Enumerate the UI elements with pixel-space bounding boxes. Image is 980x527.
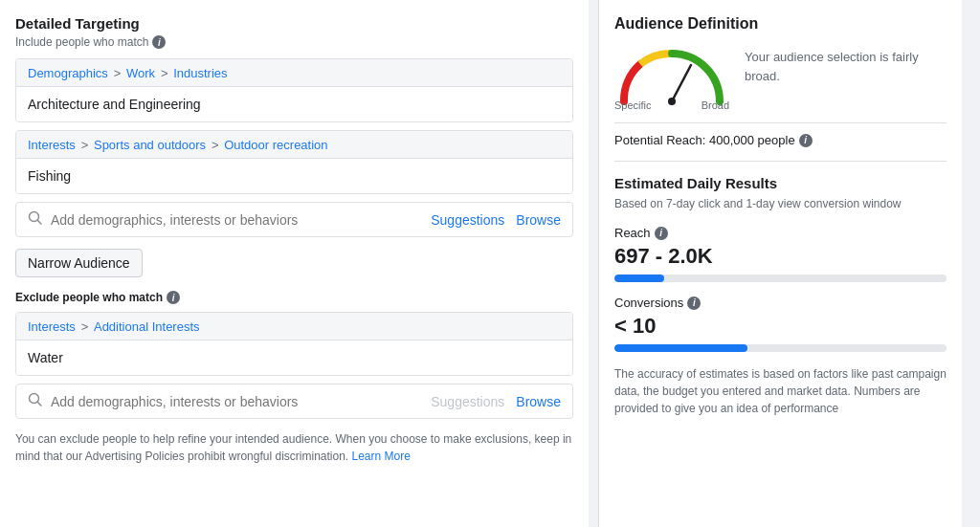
industries-link[interactable]: Industries: [173, 66, 227, 80]
section-title: Detailed Targeting: [15, 15, 573, 32]
conversions-info-icon[interactable]: i: [687, 296, 701, 310]
accuracy-note: The accuracy of estimates is based on fa…: [614, 365, 947, 417]
gauge-section: Specific Broad Your audience selection i…: [614, 44, 947, 111]
right-panel: Audience Definition Specific Broad Your …: [598, 0, 962, 527]
reach-progress-fill: [614, 274, 664, 282]
exclude-label: Exclude people who match i: [15, 291, 573, 304]
gauge-wrapper: Specific Broad: [614, 44, 729, 111]
search-actions-2: Suggestions Browse: [431, 394, 561, 409]
reach-progress-bar: [614, 274, 947, 282]
sports-link[interactable]: Sports and outdoors: [94, 138, 206, 152]
browse-link-1[interactable]: Browse: [516, 212, 561, 228]
interests-targeting-box: Interests > Sports and outdoors > Outdoo…: [15, 130, 573, 194]
water-tag: Water: [16, 340, 572, 375]
search-actions-1: Suggestions Browse: [431, 212, 561, 228]
footer-note: You can exclude people to help refine yo…: [15, 430, 573, 465]
architecture-tag: Architecture and Engineering: [16, 87, 572, 121]
additional-interests-breadcrumb: Interests > Additional Interests: [16, 313, 572, 340]
demographics-breadcrumb: Demographics > Work > Industries: [16, 59, 572, 87]
search-icon-1: [28, 210, 43, 229]
conversions-value: < 10: [614, 314, 947, 339]
narrow-audience-button[interactable]: Narrow Audience: [15, 249, 143, 277]
left-panel: Detailed Targeting Include people who ma…: [0, 0, 589, 527]
work-link[interactable]: Work: [126, 66, 155, 80]
search-bar-2: Suggestions Browse: [15, 384, 573, 419]
audience-def-title: Audience Definition: [614, 15, 947, 33]
suggestions-link-1[interactable]: Suggestions: [431, 212, 504, 228]
search-icon-2: [28, 392, 43, 410]
interests-link[interactable]: Interests: [28, 138, 76, 152]
potential-reach: Potential Reach: 400,000 people i: [614, 122, 947, 147]
exclude-info-icon[interactable]: i: [167, 291, 180, 304]
learn-more-link[interactable]: Learn More: [352, 450, 411, 463]
exclude-targeting-box: Interests > Additional Interests Water: [15, 312, 573, 376]
svg-line-1: [38, 221, 42, 225]
conversions-progress-fill: [614, 344, 747, 352]
interests-breadcrumb: Interests > Sports and outdoors > Outdoo…: [16, 131, 572, 159]
gauge-description: Your audience selection is fairly broad.: [745, 44, 947, 85]
browse-link-2[interactable]: Browse: [516, 394, 561, 409]
search-input-2[interactable]: [51, 394, 423, 409]
gauge-svg: [614, 44, 729, 106]
interests-exclude-link[interactable]: Interests: [28, 319, 76, 334]
search-input-1[interactable]: [51, 212, 423, 228]
outdoor-link[interactable]: Outdoor recreation: [224, 138, 327, 152]
section-divider: [614, 161, 947, 162]
additional-interests-link[interactable]: Additional Interests: [94, 319, 200, 334]
reach-label: Reach i: [614, 226, 947, 240]
conversions-label: Conversions i: [614, 296, 947, 310]
fishing-tag: Fishing: [16, 159, 572, 193]
svg-line-4: [672, 65, 691, 101]
gauge-label-specific: Specific: [614, 99, 652, 111]
conversions-progress-bar: [614, 344, 947, 352]
search-bar-1: Suggestions Browse: [15, 202, 573, 237]
estimated-subtitle: Based on 7-day click and 1-day view conv…: [614, 195, 947, 212]
suggestions-link-2: Suggestions: [431, 394, 504, 409]
gauge-label-broad: Broad: [702, 99, 729, 111]
reach-value: 697 - 2.0K: [614, 244, 947, 269]
include-info-icon[interactable]: i: [152, 35, 166, 49]
estimated-daily-results-title: Estimated Daily Results: [614, 175, 947, 191]
reach-info-icon[interactable]: i: [655, 227, 668, 240]
include-label: Include people who match i: [15, 35, 573, 49]
demographics-targeting-box: Demographics > Work > Industries Archite…: [15, 58, 573, 122]
potential-reach-info-icon[interactable]: i: [799, 134, 813, 147]
svg-point-5: [668, 98, 676, 105]
demographics-link[interactable]: Demographics: [28, 66, 108, 80]
svg-line-3: [38, 403, 42, 406]
